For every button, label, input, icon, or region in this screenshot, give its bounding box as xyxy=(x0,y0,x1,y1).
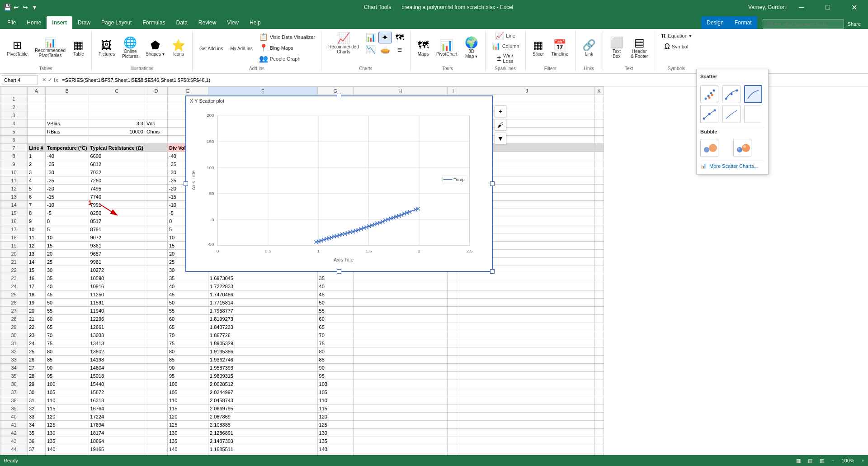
cell-B7[interactable]: Temperature (°C) xyxy=(46,144,89,152)
tab-draw[interactable]: Draw xyxy=(72,16,96,29)
more-scatter-charts-btn[interactable]: 📊 More Scatter Charts... xyxy=(700,161,764,171)
winloss-sparkline-btn[interactable]: ± Win/Loss xyxy=(495,52,516,65)
scatter-chart-btn[interactable]: ✦ xyxy=(378,32,392,43)
col-header-G[interactable]: G xyxy=(317,87,353,95)
chart-resize-left[interactable] xyxy=(184,181,188,186)
cell-K6[interactable] xyxy=(594,136,604,144)
cell-C1[interactable] xyxy=(89,95,145,103)
tab-view[interactable]: View xyxy=(222,16,244,29)
cell-C5[interactable]: 10000 xyxy=(89,128,145,136)
tab-page-layout[interactable]: Page Layout xyxy=(96,16,137,29)
confirm-formula-icon[interactable]: ✓ xyxy=(48,77,52,83)
scatter-type-smooth[interactable] xyxy=(744,85,762,103)
col-header-D[interactable]: D xyxy=(145,87,167,95)
scatter-type-smooth-markers[interactable] xyxy=(722,85,741,103)
icons-btn[interactable]: ⭐ Icons xyxy=(169,38,189,58)
cell-C3[interactable] xyxy=(89,111,145,119)
view-pagebreak-btn[interactable]: ▥ xyxy=(820,458,824,464)
tell-me-input[interactable] xyxy=(763,19,844,29)
equation-btn[interactable]: π Equation ▾ xyxy=(659,31,694,41)
3dmap-btn[interactable]: 🌍 3DMap ▾ xyxy=(462,35,481,61)
cell-D7[interactable] xyxy=(145,144,167,152)
online-pictures-btn[interactable]: 🌐 OnlinePictures xyxy=(119,35,142,61)
col-header-H[interactable]: H xyxy=(353,87,447,95)
restore-btn[interactable]: □ xyxy=(817,0,838,14)
cell-B1[interactable] xyxy=(46,95,89,103)
textbox-btn[interactable]: ⬜ TextBox xyxy=(607,35,627,61)
cell-B2[interactable] xyxy=(46,103,89,111)
col-header-K[interactable]: K xyxy=(594,87,604,95)
cell-K5[interactable] xyxy=(594,128,604,136)
col-header-A[interactable]: A xyxy=(28,87,46,95)
cell-C7[interactable]: Typical Resistance (Ω) xyxy=(89,144,145,152)
bubble-type-normal[interactable] xyxy=(700,139,718,157)
cell-K2[interactable] xyxy=(594,103,604,111)
cell-C2[interactable] xyxy=(89,103,145,111)
cell-A2[interactable] xyxy=(28,103,46,111)
name-box[interactable] xyxy=(2,75,38,85)
shapes-btn[interactable]: ⬟ Shapes ▾ xyxy=(142,38,168,58)
bing-maps-btn[interactable]: 📍 Bing Maps xyxy=(257,43,317,53)
tab-help[interactable]: Help xyxy=(244,16,266,29)
cell-C4[interactable]: 3.3 xyxy=(89,119,145,128)
pivottable-btn[interactable]: ⊞ PivotTable xyxy=(4,38,31,58)
scatter-type-straight-markers[interactable] xyxy=(700,105,718,123)
cell-D4[interactable]: Vdc xyxy=(145,119,167,128)
bubble-type-3d[interactable] xyxy=(733,139,751,157)
cell-B6[interactable] xyxy=(46,136,89,144)
tab-review[interactable]: Review xyxy=(193,16,222,29)
chart-filter-btn[interactable]: ▼ xyxy=(495,133,506,144)
col-header-C[interactable]: C xyxy=(89,87,145,95)
slicer-btn[interactable]: ▦ Slicer xyxy=(529,38,547,58)
zoom-in-btn[interactable]: + xyxy=(862,458,864,463)
col-header-E[interactable]: E xyxy=(167,87,208,95)
cell-A5[interactable] xyxy=(28,128,46,136)
link-btn[interactable]: 🔗 Link xyxy=(579,38,599,58)
chart-resize-corner[interactable] xyxy=(490,269,495,274)
scatter-type-straight[interactable] xyxy=(722,105,741,123)
cell-B4[interactable]: VBias xyxy=(46,119,89,128)
share-btn[interactable]: Share xyxy=(848,21,861,27)
minimize-btn[interactable]: ─ xyxy=(791,0,812,14)
column-chart-btn[interactable]: 📊 xyxy=(364,32,377,43)
col-header-I[interactable]: I xyxy=(447,87,459,95)
cell-D1[interactable] xyxy=(145,95,167,103)
pictures-btn[interactable]: 🖼 Pictures xyxy=(95,38,118,58)
line-chart-btn[interactable]: 📉 xyxy=(364,44,377,56)
cell-D2[interactable] xyxy=(145,103,167,111)
insert-function-icon[interactable]: fx xyxy=(54,76,58,83)
undo-icon[interactable]: ↩ xyxy=(13,4,20,11)
line-sparkline-btn[interactable]: 📈 Line xyxy=(493,31,518,41)
column-sparkline-btn[interactable]: 📊 Column xyxy=(489,41,522,51)
cell-K3[interactable] xyxy=(594,111,604,119)
col-header-F[interactable]: F xyxy=(208,87,317,95)
chart-style-btn[interactable]: 🖌 xyxy=(495,119,506,131)
cell-D6[interactable] xyxy=(145,136,167,144)
cell-B3[interactable] xyxy=(46,111,89,119)
redo-icon[interactable]: ↪ xyxy=(22,4,29,11)
view-normal-btn[interactable]: ▦ xyxy=(796,458,801,464)
pivotchart-btn[interactable]: 📊 PivotChart xyxy=(433,38,461,58)
visio-btn[interactable]: 📋 Visio Data Visualizer xyxy=(257,32,317,42)
maps-tour-btn[interactable]: 🗺 Maps xyxy=(414,38,432,58)
chart-area[interactable]: X Y Scatter plot xyxy=(185,95,493,272)
header-footer-btn[interactable]: ▤ Header& Footer xyxy=(627,35,651,61)
chart-resize-top[interactable] xyxy=(337,94,341,98)
symbol-btn[interactable]: Ω Symbol xyxy=(662,42,691,52)
cancel-formula-icon[interactable]: ✕ xyxy=(42,77,46,83)
recommended-pivottables-btn[interactable]: 📊 RecommendedPivotTables xyxy=(32,36,69,60)
chart-resize-right[interactable] xyxy=(490,181,495,186)
cell-A7[interactable]: Line # xyxy=(28,144,46,152)
close-btn[interactable]: ✕ xyxy=(844,0,864,14)
cell-A4[interactable] xyxy=(28,119,46,128)
col-header-B[interactable]: B xyxy=(46,87,89,95)
col-header-J[interactable]: J xyxy=(459,87,594,95)
tab-format[interactable]: Format xyxy=(729,16,757,29)
timeline-btn[interactable]: 📅 Timeline xyxy=(548,38,571,58)
cell-K4[interactable] xyxy=(594,119,604,128)
people-graph-btn[interactable]: 👥 People Graph xyxy=(257,54,317,64)
zoom-out-btn[interactable]: − xyxy=(831,458,834,463)
table-btn[interactable]: ▦ Table xyxy=(70,38,88,58)
cell-D5[interactable]: Ohms xyxy=(145,128,167,136)
get-addins-btn[interactable]: Get Add-ins xyxy=(196,43,226,53)
